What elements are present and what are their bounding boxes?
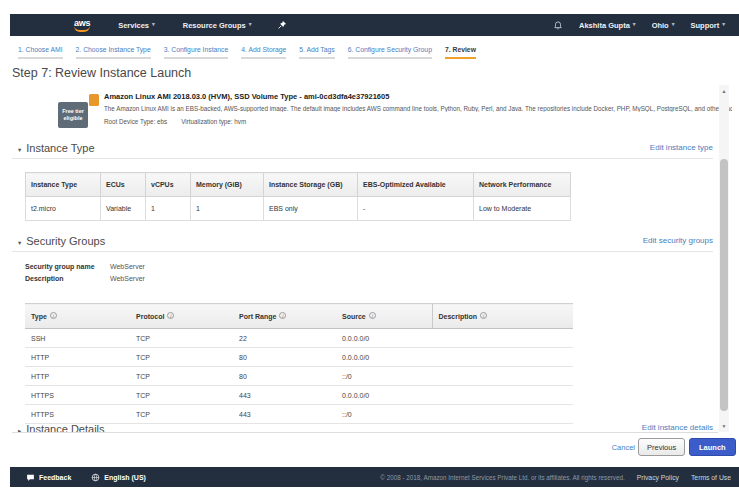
security-rule-row: HTTP TCP 80 ::/0 — [25, 367, 573, 386]
scrollbar-thumb[interactable] — [720, 159, 728, 411]
col-type: Typei — [25, 304, 130, 329]
rule-description — [432, 386, 573, 405]
wizard-steps: 1. Choose AMI 2. Choose Instance Type 3.… — [18, 46, 476, 59]
rule-source: 0.0.0.0/0 — [336, 329, 432, 348]
aws-console-page: aws Services ▾ Resource Groups ▾ — [0, 0, 739, 494]
info-icon[interactable]: i — [279, 312, 286, 319]
security-group-description-value: WebServer — [110, 275, 145, 282]
rule-protocol: TCP — [130, 348, 233, 367]
rule-protocol: TCP — [130, 386, 233, 405]
security-group-description-label: Description — [25, 275, 64, 282]
info-icon[interactable]: i — [167, 312, 174, 319]
rule-source: 0.0.0.0/0 — [336, 348, 432, 367]
rule-protocol: TCP — [130, 329, 233, 348]
resource-groups-menu[interactable]: Resource Groups ▾ — [183, 21, 252, 30]
step-2-choose-instance-type[interactable]: 2. Choose Instance Type — [76, 46, 151, 59]
triangle-down-icon: ▾ — [18, 239, 21, 247]
ami-meta: Root Device Type: ebs Virtualization typ… — [104, 118, 246, 125]
user-menu[interactable]: Akshita Gupta ▾ — [579, 21, 636, 30]
step-5-add-tags[interactable]: 5. Add Tags — [299, 46, 334, 59]
notifications-bell-icon[interactable] — [553, 20, 563, 31]
region-menu[interactable]: Ohio ▾ — [652, 21, 675, 30]
chevron-down-icon: ▾ — [249, 22, 252, 28]
instance-type-header-row: Instance Type ECUs vCPUs Memory (GiB) In… — [26, 173, 571, 197]
col-protocol: Protocoli — [130, 304, 233, 329]
col-vcpus: vCPUs — [146, 173, 191, 197]
info-icon[interactable]: i — [50, 312, 57, 319]
footer-bar: Feedback English (US) © 2008 - 2018, Ama… — [10, 467, 739, 487]
aws-smile-icon — [74, 26, 90, 32]
instance-details-section-title: Instance Details — [26, 423, 104, 432]
aws-logo[interactable]: aws — [74, 19, 90, 32]
security-rules-table: Typei Protocoli Port Rangei Sourcei Desc… — [25, 303, 573, 424]
previous-button[interactable]: Previous — [638, 438, 685, 456]
feedback-button[interactable]: Feedback — [26, 473, 71, 482]
instance-type-section-title: Instance Type — [26, 142, 94, 154]
navbar-right-group: Akshita Gupta ▾ Ohio ▾ Support ▾ — [553, 20, 725, 31]
copyright-text: © 2008 - 2018, Amazon Internet Services … — [380, 474, 624, 481]
cell-network-performance: Low to Moderate — [474, 197, 571, 221]
col-port-range: Port Rangei — [233, 304, 336, 329]
step-4-add-storage[interactable]: 4. Add Storage — [241, 46, 286, 59]
info-icon[interactable]: i — [480, 312, 487, 319]
vertical-scrollbar[interactable]: ▲ ▼ — [719, 85, 729, 432]
rule-type: HTTP — [25, 348, 130, 367]
pushpin-icon[interactable] — [277, 20, 287, 30]
support-menu-label: Support — [690, 21, 719, 30]
rule-protocol: TCP — [130, 367, 233, 386]
chevron-down-icon: ▾ — [672, 22, 675, 28]
cell-memory: 1 — [191, 197, 264, 221]
chevron-down-icon: ▾ — [152, 22, 155, 28]
cell-ebs-optimized: - — [358, 197, 474, 221]
rule-description — [432, 329, 573, 348]
rule-port: 80 — [233, 348, 336, 367]
scroll-up-arrow-icon[interactable]: ▲ — [719, 88, 729, 94]
section-divider — [12, 158, 713, 159]
security-rule-row: SSH TCP 22 0.0.0.0/0 — [25, 329, 573, 348]
instance-details-section-header[interactable]: ▸ Instance Details — [18, 423, 105, 432]
launch-button[interactable]: Launch — [689, 438, 736, 456]
col-network-performance: Network Performance — [474, 173, 571, 197]
info-icon[interactable]: i — [369, 312, 376, 319]
step-1-choose-ami[interactable]: 1. Choose AMI — [18, 46, 63, 59]
rule-source: 0.0.0.0/0 — [336, 386, 432, 405]
security-groups-section-title: Security Groups — [26, 235, 105, 247]
free-tier-badge-line1: Free tier — [62, 108, 84, 115]
edit-security-groups-link[interactable]: Edit security groups — [643, 236, 713, 245]
edit-instance-type-link[interactable]: Edit instance type — [650, 143, 713, 152]
privacy-policy-link[interactable]: Privacy Policy — [637, 474, 679, 481]
col-ebs-optimized: EBS-Optimized Available — [358, 173, 474, 197]
security-groups-section-header[interactable]: ▾ Security Groups — [18, 235, 105, 247]
rule-port: 22 — [233, 329, 336, 348]
step-7-review[interactable]: 7. Review — [445, 46, 476, 59]
edit-instance-details-link[interactable]: Edit instance details — [642, 423, 713, 432]
security-group-name-label: Security group name — [25, 263, 95, 270]
rule-type: HTTP — [25, 367, 130, 386]
chevron-down-icon: ▾ — [633, 22, 636, 28]
rule-source: ::/0 — [336, 367, 432, 386]
rule-description — [432, 348, 573, 367]
root-device-type-label: Root Device Type: — [104, 118, 155, 125]
support-menu[interactable]: Support ▾ — [690, 21, 725, 30]
terms-of-use-link[interactable]: Terms of Use — [691, 474, 731, 481]
scroll-down-arrow-icon[interactable]: ▼ — [719, 423, 729, 429]
services-menu-label: Services — [118, 21, 149, 30]
footer-right-group: © 2008 - 2018, Amazon Internet Services … — [380, 474, 731, 481]
cell-instance-storage: EBS only — [264, 197, 358, 221]
user-menu-label: Akshita Gupta — [579, 21, 630, 30]
cell-ecus: Variable — [101, 197, 146, 221]
content-divider — [12, 432, 718, 433]
security-rules-header-row: Typei Protocoli Port Rangei Sourcei Desc… — [25, 304, 573, 329]
cancel-button[interactable]: Cancel — [612, 443, 635, 452]
free-tier-badge: Free tier eligible — [58, 102, 88, 128]
security-rule-row: HTTP TCP 80 0.0.0.0/0 — [25, 348, 573, 367]
instance-type-section-header[interactable]: ▾ Instance Type — [18, 142, 95, 154]
step-3-configure-instance[interactable]: 3. Configure Instance — [164, 46, 229, 59]
services-menu[interactable]: Services ▾ — [118, 21, 155, 30]
rule-type: HTTPS — [25, 386, 130, 405]
step-6-configure-security-group[interactable]: 6. Configure Security Group — [348, 46, 432, 59]
col-instance-type: Instance Type — [26, 173, 101, 197]
feedback-label: Feedback — [39, 474, 71, 481]
top-navbar: aws Services ▾ Resource Groups ▾ — [10, 14, 739, 36]
language-selector[interactable]: English (US) — [91, 473, 146, 482]
